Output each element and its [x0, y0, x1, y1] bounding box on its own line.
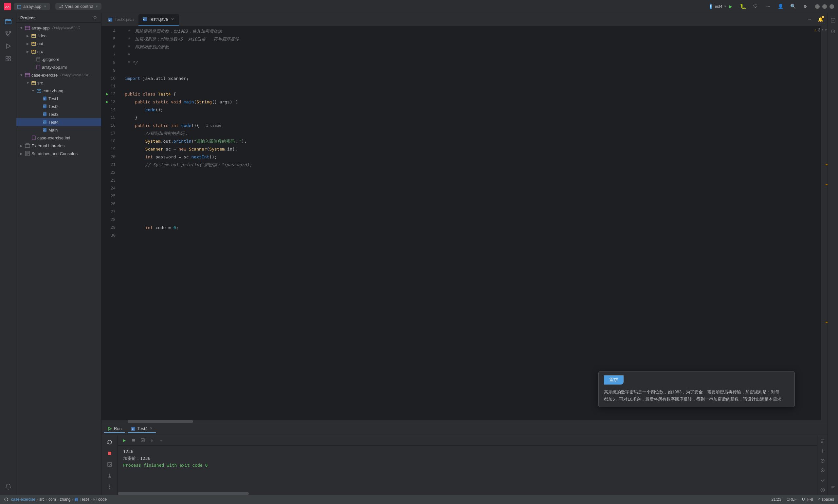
breadcrumb-src[interactable]: src: [39, 497, 44, 502]
line-num-10: 10: [104, 75, 115, 83]
run-build-button[interactable]: [139, 436, 147, 444]
output-scrollbar[interactable]: [118, 492, 817, 495]
status-encoding[interactable]: UTF-8: [802, 497, 813, 502]
module-icon: [25, 72, 30, 77]
bottom-tab-close-icon[interactable]: ✕: [149, 427, 153, 431]
breadcrumb: case-exercise › src › com › zhang › C Te…: [11, 497, 107, 502]
settings-button[interactable]: ⚙: [801, 2, 810, 11]
java-file-tab-icon: C: [142, 17, 147, 22]
tree-item-test1[interactable]: ▶ C Test1: [16, 94, 101, 103]
run-pin-icon[interactable]: [105, 471, 114, 480]
bottom-tab-run[interactable]: Run: [104, 425, 125, 433]
breadcrumb-code[interactable]: m code: [93, 497, 107, 502]
run-button[interactable]: ▶: [726, 2, 735, 11]
tree-item-test4[interactable]: ▶ C Test4: [16, 118, 101, 126]
status-position[interactable]: 21:23: [771, 497, 781, 502]
run-more-icon[interactable]: [105, 482, 114, 491]
tree-item-idea[interactable]: ▶ .idea: [16, 32, 101, 40]
status-line-ending[interactable]: CRLF: [787, 497, 797, 502]
bottom-right-icon-1[interactable]: [818, 437, 827, 445]
project-panel-header: Project ⚙: [16, 13, 101, 22]
search-button[interactable]: 🔍: [788, 2, 798, 11]
bottom-right-icon-4[interactable]: [818, 467, 827, 474]
editor-more-button[interactable]: ⋯: [805, 15, 815, 24]
bottom-right-icon-3[interactable]: [818, 457, 827, 464]
run-rerun-icon[interactable]: [105, 437, 114, 447]
tree-item-test3[interactable]: ▶ C Test3: [16, 110, 101, 118]
tab-test4[interactable]: C Test4.java ✕: [139, 14, 179, 25]
breadcrumb-test4-icon: C: [74, 498, 78, 501]
sidebar-icon-vcs[interactable]: [3, 28, 14, 39]
right-sidebar-icon-1[interactable]: [828, 16, 838, 25]
svg-text:C: C: [109, 19, 111, 21]
status-indent[interactable]: 4 spaces: [818, 497, 834, 502]
tree-item-array-app[interactable]: ▼ array-app D:\App\IntelliJ I C: [16, 24, 101, 32]
bottom-right-icon-5[interactable]: [818, 476, 827, 484]
tree-item-test2[interactable]: ▶ C Test2: [16, 103, 101, 110]
svg-text:AA: AA: [5, 5, 10, 8]
coverage-button[interactable]: 🛡: [751, 2, 760, 11]
breadcrumb-com[interactable]: com: [49, 497, 56, 502]
breadcrumb-case[interactable]: case-exercise: [11, 497, 35, 502]
close-button[interactable]: ×: [830, 4, 834, 9]
notification-button[interactable]: 🔔: [816, 15, 825, 24]
chevron-icon: ▶: [19, 144, 23, 148]
tree-item-src-2[interactable]: ▼ src: [16, 79, 101, 87]
run-play-button[interactable]: ▶: [121, 436, 128, 444]
run-coverage-icon[interactable]: [105, 460, 114, 469]
line-num-8: 8: [104, 59, 115, 67]
tree-item-main[interactable]: ▶ C Main: [16, 126, 101, 134]
svg-point-3: [5, 32, 7, 33]
tree-item-gitignore[interactable]: ▶ .gitignore: [16, 55, 101, 63]
sidebar-icon-plugins[interactable]: [3, 53, 14, 64]
tree-item-out[interactable]: ▶ out: [16, 40, 101, 48]
maximize-button[interactable]: □: [822, 4, 827, 9]
tree-item-com-zhang[interactable]: ▼ com.zhang: [16, 87, 101, 94]
chevron-icon: ▶: [25, 42, 30, 46]
breadcrumb-zhang[interactable]: zhang: [60, 497, 71, 502]
run-scroll-button[interactable]: [148, 436, 156, 444]
bottom-right-icon-6[interactable]: [818, 486, 827, 493]
horizontal-scrollbar[interactable]: [102, 420, 827, 423]
run-stop-button[interactable]: [130, 436, 138, 444]
bottom-tab-test4[interactable]: C Test4 ✕: [128, 425, 156, 433]
run-gutter-12[interactable]: ▶: [104, 91, 108, 97]
tree-item-scratches[interactable]: ▶ Scratches and Consoles: [16, 149, 101, 158]
run-stop-icon[interactable]: [105, 449, 114, 458]
debug-button[interactable]: 🐛: [738, 2, 748, 11]
code-editor[interactable]: 4 5 6 7 8 9 10 11 ▶12 ▶13: [102, 26, 821, 420]
tree-item-src-1[interactable]: ▶ src: [16, 48, 101, 55]
run-config-selector[interactable]: T Test4 ▼: [714, 2, 723, 11]
output-line-4: Process finished with exit code 0: [123, 462, 812, 469]
tree-item-array-iml[interactable]: ▶ array-app.iml: [16, 63, 101, 71]
run-gutter-13[interactable]: ▶: [104, 99, 108, 105]
file-icon: [36, 57, 40, 61]
sidebar-icon-notifications[interactable]: [3, 481, 14, 492]
warnings-area[interactable]: ⚠ 3 ∧ ∨: [814, 28, 827, 33]
bottom-right-icon-2[interactable]: [818, 447, 827, 454]
run-more-options-button[interactable]: ⋯: [157, 436, 165, 444]
right-sidebar-icon-3[interactable]: [828, 483, 838, 492]
code-content[interactable]: * 系统密码是四位数，如1983，将其加密后传输 * 加密规则是：对每位数+5 …: [120, 26, 821, 420]
tree-item-case-exercise[interactable]: ▼ case-exercise D:\App\IntelliJ IDE: [16, 71, 101, 79]
right-sidebar-icon-2[interactable]: [828, 27, 838, 36]
tab-test3[interactable]: C Test3.java: [104, 14, 138, 25]
vcs-selector[interactable]: ⎇ Version control ▼: [55, 3, 102, 10]
breadcrumb-test4[interactable]: C Test4: [74, 497, 89, 502]
tab-bar-actions: ⋯ 🔔: [805, 15, 825, 24]
minimize-button[interactable]: —: [815, 4, 820, 9]
sidebar-icon-run[interactable]: [3, 40, 14, 52]
more-run-button[interactable]: ⋯: [763, 2, 772, 11]
warning-indicator-3: [825, 322, 827, 323]
project-selector[interactable]: ◫ array-app ▼: [14, 3, 50, 10]
code-line-14: code();: [120, 106, 821, 114]
ext-lib-icon: [25, 143, 30, 148]
tree-item-case-iml[interactable]: ▶ case-exercise.iml: [16, 134, 101, 142]
output-scrollbar-thumb[interactable]: [118, 492, 249, 495]
scrollbar-thumb[interactable]: [128, 420, 193, 423]
user-button[interactable]: 👤: [776, 2, 785, 11]
tree-item-ext-libs[interactable]: ▶ External Libraries: [16, 142, 101, 149]
tab-close-icon[interactable]: ✕: [170, 17, 175, 22]
project-settings-icon[interactable]: ⚙: [93, 15, 97, 20]
sidebar-icon-folder[interactable]: [3, 16, 14, 27]
